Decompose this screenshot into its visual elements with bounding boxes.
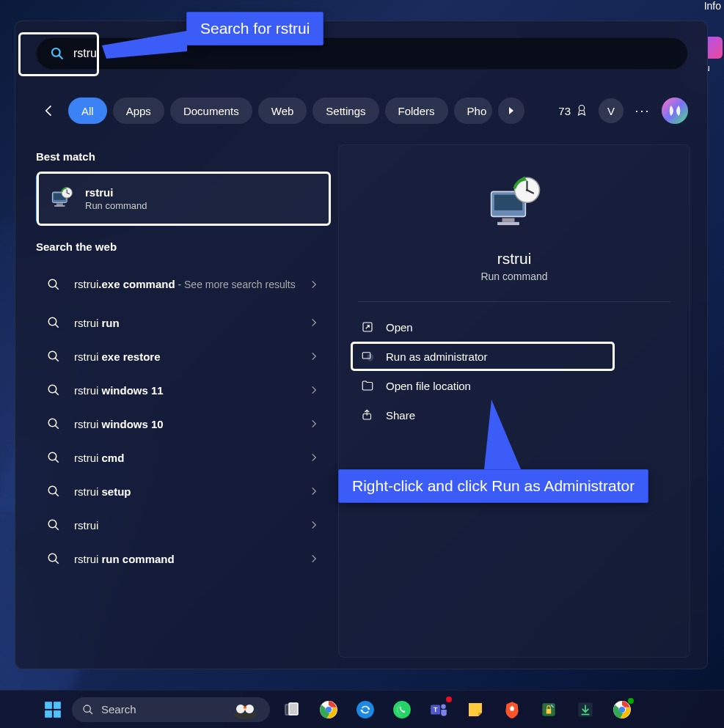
filter-row: All Apps Documents Web Settings Folders … bbox=[36, 96, 688, 125]
svg-point-0 bbox=[52, 48, 60, 56]
filter-pill-web[interactable]: Web bbox=[258, 98, 307, 124]
svg-line-21 bbox=[55, 493, 59, 496]
best-match-subtitle: Run command bbox=[85, 200, 147, 211]
svg-point-2 bbox=[579, 106, 585, 111]
back-button[interactable] bbox=[36, 98, 62, 124]
filter-pill-settings[interactable]: Settings bbox=[312, 98, 379, 124]
search-icon bbox=[46, 485, 61, 498]
search-icon bbox=[82, 704, 94, 716]
rewards-icon bbox=[575, 104, 588, 117]
taskbar-teams[interactable]: T bbox=[424, 695, 453, 724]
desktop-info-text: Info bbox=[704, 0, 724, 12]
rewards-points[interactable]: 73 bbox=[558, 104, 588, 117]
results-left-column: Best match rstrui Run command bbox=[36, 144, 329, 576]
search-input[interactable] bbox=[73, 47, 674, 60]
svg-line-23 bbox=[55, 526, 59, 530]
svg-rect-29 bbox=[497, 222, 519, 225]
svg-point-16 bbox=[48, 419, 56, 427]
svg-point-14 bbox=[48, 385, 56, 393]
taskbar-task-view[interactable] bbox=[277, 695, 307, 724]
svg-rect-39 bbox=[45, 710, 52, 718]
svg-line-17 bbox=[55, 425, 59, 429]
more-button[interactable]: ··· bbox=[629, 103, 656, 119]
svg-rect-47 bbox=[289, 703, 298, 715]
chevron-right-icon bbox=[309, 554, 319, 564]
filter-pill-documents[interactable]: Documents bbox=[170, 98, 252, 124]
svg-point-10 bbox=[48, 317, 56, 326]
action-open[interactable]: Open bbox=[351, 312, 678, 342]
filter-scroll-right[interactable] bbox=[498, 98, 524, 124]
svg-point-55 bbox=[441, 704, 446, 709]
svg-line-11 bbox=[55, 324, 59, 328]
web-result[interactable]: rstrui windows 11 bbox=[36, 373, 329, 407]
svg-point-8 bbox=[48, 279, 56, 287]
filter-pill-apps[interactable]: Apps bbox=[113, 98, 164, 124]
taskbar-whatsapp[interactable] bbox=[387, 695, 417, 724]
detail-title: rstrui bbox=[351, 250, 678, 268]
detail-panel: rstrui Run command Open Run as administr… bbox=[338, 144, 690, 658]
action-open-file-location[interactable]: Open file location bbox=[351, 371, 678, 400]
search-icon bbox=[46, 316, 61, 329]
taskbar-sticky-notes[interactable] bbox=[461, 695, 490, 724]
search-icon bbox=[46, 417, 61, 430]
copilot-icon[interactable] bbox=[662, 98, 688, 124]
search-icon bbox=[46, 278, 61, 291]
search-icon bbox=[50, 46, 65, 61]
search-web-heading: Search the web bbox=[36, 240, 329, 253]
search-bar[interactable] bbox=[36, 37, 688, 70]
chevron-right-icon bbox=[309, 317, 319, 328]
web-result[interactable]: rstrui bbox=[36, 508, 329, 542]
filter-pill-folders[interactable]: Folders bbox=[385, 98, 448, 124]
svg-point-41 bbox=[84, 705, 90, 712]
chevron-right-icon bbox=[309, 486, 319, 496]
web-result[interactable]: rstrui exe restore bbox=[36, 339, 329, 373]
svg-rect-38 bbox=[54, 702, 61, 709]
system-restore-icon-large bbox=[483, 174, 546, 237]
best-match-result[interactable]: rstrui Run command bbox=[36, 173, 329, 224]
filter-pill-photos[interactable]: Pho bbox=[454, 98, 493, 124]
windows-search-panel: All Apps Documents Web Settings Folders … bbox=[15, 21, 708, 669]
annotation-highlight-run-admin bbox=[351, 342, 615, 371]
svg-rect-57 bbox=[546, 708, 552, 713]
user-avatar[interactable]: V bbox=[599, 98, 624, 123]
taskbar-chrome-2[interactable] bbox=[607, 695, 637, 724]
web-result[interactable]: rstrui run command bbox=[36, 542, 329, 576]
svg-rect-37 bbox=[45, 702, 52, 709]
search-icon bbox=[46, 383, 61, 397]
taskbar-app-download[interactable] bbox=[571, 695, 600, 724]
share-icon bbox=[361, 408, 374, 422]
chevron-right-icon bbox=[309, 419, 319, 429]
chevron-right-icon bbox=[309, 520, 319, 530]
folder-icon bbox=[361, 379, 374, 392]
web-result[interactable]: rstrui cmd bbox=[36, 441, 329, 474]
taskbar-brave[interactable] bbox=[497, 695, 527, 724]
annotation-callout-bottom: Right-click and click Run as Administrat… bbox=[338, 469, 648, 503]
svg-text:T: T bbox=[434, 706, 438, 713]
svg-line-19 bbox=[55, 459, 59, 463]
search-icon bbox=[46, 552, 61, 565]
svg-point-45 bbox=[245, 705, 254, 713]
action-share[interactable]: Share bbox=[351, 400, 678, 430]
svg-rect-40 bbox=[54, 710, 61, 718]
svg-point-20 bbox=[48, 486, 56, 494]
svg-line-25 bbox=[55, 560, 59, 564]
svg-line-42 bbox=[89, 711, 92, 714]
start-button[interactable] bbox=[41, 698, 65, 721]
taskbar-search[interactable]: Search bbox=[72, 697, 270, 722]
filter-pill-all[interactable]: All bbox=[68, 98, 107, 124]
chevron-right-icon bbox=[309, 279, 319, 290]
taskbar-app-lock[interactable] bbox=[534, 695, 563, 724]
web-result[interactable]: rstrui windows 10 bbox=[36, 407, 329, 441]
web-result[interactable]: rstrui run bbox=[36, 306, 329, 339]
search-icon bbox=[46, 518, 61, 532]
web-result[interactable]: rstrui setup bbox=[36, 474, 329, 508]
svg-point-44 bbox=[236, 705, 245, 713]
svg-line-15 bbox=[55, 391, 59, 395]
chevron-right-icon bbox=[309, 385, 319, 395]
web-result[interactable]: rstrui.exe command - See more search res… bbox=[36, 263, 329, 306]
taskbar-sync[interactable] bbox=[351, 695, 380, 724]
svg-point-22 bbox=[48, 520, 56, 528]
svg-point-43 bbox=[233, 710, 257, 719]
taskbar: Search T bbox=[0, 690, 724, 728]
taskbar-chrome[interactable] bbox=[314, 695, 343, 724]
